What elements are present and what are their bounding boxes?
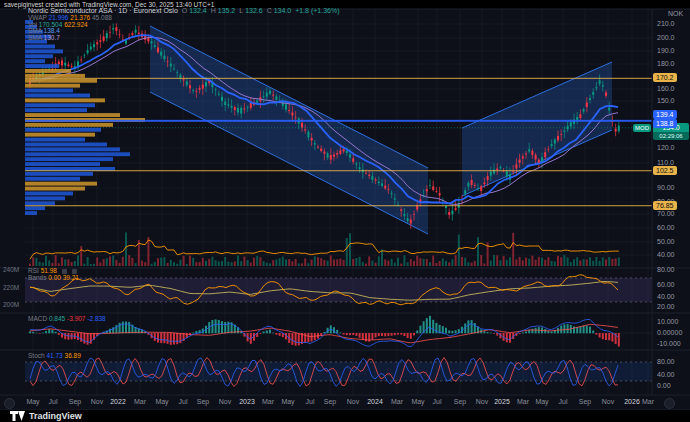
candle-body xyxy=(400,209,402,210)
candle-body xyxy=(519,159,521,162)
candle-body xyxy=(592,92,594,95)
volume-bar xyxy=(378,256,380,266)
candle-body xyxy=(371,176,373,180)
volume-bar xyxy=(170,260,172,266)
candle-body xyxy=(151,41,153,43)
macd-histogram-bar xyxy=(391,333,393,336)
volume-bar xyxy=(154,262,156,266)
volume-bar xyxy=(240,261,242,266)
volume-bar xyxy=(61,257,63,266)
candle-body xyxy=(531,151,533,155)
volume-bar xyxy=(579,260,581,266)
volume-bar xyxy=(32,257,34,266)
macd-histogram-bar xyxy=(77,333,79,340)
volume-bar xyxy=(227,262,229,266)
candle-body xyxy=(355,164,357,165)
volume-profile-bar xyxy=(25,98,105,102)
volume-bar xyxy=(151,264,153,266)
volume-bar xyxy=(131,258,133,266)
volume-bar xyxy=(605,259,607,266)
volume-bar xyxy=(327,261,329,266)
macd-histogram-bar xyxy=(378,333,380,336)
volume-profile-bar xyxy=(25,45,55,49)
volume-profile-bar xyxy=(25,74,85,78)
volume-bar xyxy=(122,257,124,266)
volume-bar xyxy=(589,257,591,266)
volume-bar xyxy=(451,259,453,266)
candle-body xyxy=(176,72,178,73)
volume-profile-bar xyxy=(25,192,73,196)
tradingview-wordmark[interactable]: TradingView xyxy=(29,411,82,421)
candle-body xyxy=(301,123,303,128)
volume-bar xyxy=(522,260,524,266)
candle-body xyxy=(247,107,249,108)
candle-body xyxy=(192,90,194,91)
candle-body xyxy=(106,33,108,38)
volume-bar xyxy=(368,256,370,266)
volume-profile-bar xyxy=(25,187,85,191)
volume-bar xyxy=(263,261,265,266)
macd-histogram-bar xyxy=(451,331,453,333)
candle-body xyxy=(403,214,405,216)
macd-histogram-bar xyxy=(218,320,220,333)
volume-bar xyxy=(573,259,575,266)
volume-bar xyxy=(323,260,325,266)
volume-bar xyxy=(442,258,444,266)
macd-histogram-bar xyxy=(576,327,578,333)
candle-body xyxy=(602,85,604,86)
volume-bar xyxy=(64,259,66,266)
macd-histogram-bar xyxy=(275,333,277,335)
volume-bar xyxy=(394,263,396,266)
volume-profile-bar xyxy=(25,35,51,39)
candle-body xyxy=(471,180,473,185)
tradingview-chart-window: savepiginvest created with TradingView.c… xyxy=(0,0,690,422)
volume-bar xyxy=(346,238,348,266)
macd-histogram-bar xyxy=(173,333,175,344)
candle-body xyxy=(448,212,450,215)
volume-bar xyxy=(243,257,245,266)
macd-histogram-bar xyxy=(48,329,50,333)
volume-bar xyxy=(445,261,447,266)
macd-histogram-bar xyxy=(608,333,610,340)
volume-bar xyxy=(58,263,60,266)
candle-body xyxy=(346,151,348,153)
volume-bar xyxy=(483,264,485,266)
candle-body xyxy=(525,153,527,154)
volume-bar xyxy=(224,257,226,266)
tradingview-logo-icon[interactable] xyxy=(10,411,25,421)
candle-body xyxy=(250,103,252,108)
macd-histogram-bar xyxy=(579,326,581,333)
chart-canvas[interactable] xyxy=(0,0,690,422)
volume-bar xyxy=(330,255,332,266)
volume-bar xyxy=(384,259,386,266)
volume-profile-bar xyxy=(25,206,45,210)
volume-bar xyxy=(602,257,604,266)
volume-bar xyxy=(279,258,281,266)
footer-bar: TradingView xyxy=(0,410,690,422)
macd-histogram-bar xyxy=(400,333,402,335)
macd-histogram-bar xyxy=(32,332,34,333)
macd-histogram-bar xyxy=(544,329,546,333)
volume-bar xyxy=(455,255,457,266)
volume-bar xyxy=(157,258,159,266)
volume-bar xyxy=(563,255,565,266)
macd-histogram-bar xyxy=(359,333,361,338)
volume-profile-bar xyxy=(25,40,47,44)
candle-body xyxy=(512,171,514,172)
volume-bar xyxy=(29,264,31,266)
macd-histogram-bar xyxy=(67,333,69,340)
volume-bar xyxy=(375,263,377,266)
candle-body xyxy=(173,69,175,70)
volume-bar xyxy=(362,262,364,266)
volume-bar xyxy=(480,255,482,266)
volume-bar xyxy=(576,257,578,266)
candle-body xyxy=(71,66,73,67)
macd-histogram-bar xyxy=(128,322,130,333)
macd-histogram-bar xyxy=(387,333,389,336)
macd-histogram-bar xyxy=(371,333,373,340)
macd-histogram-bar xyxy=(522,332,524,333)
candle-body xyxy=(263,96,265,97)
volume-bar xyxy=(125,232,127,266)
volume-bar xyxy=(560,257,562,266)
volume-profile-bar xyxy=(25,128,101,132)
